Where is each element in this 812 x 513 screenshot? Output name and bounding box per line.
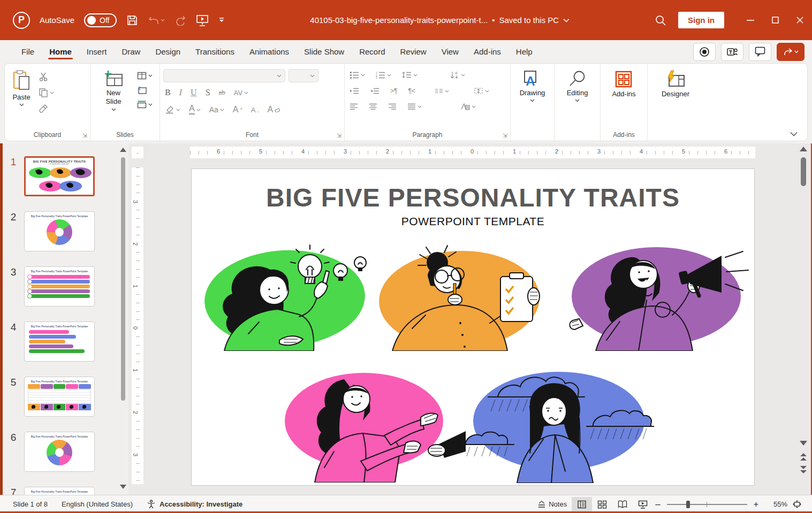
thumbnail-scrollbar-thumb[interactable] — [121, 157, 125, 401]
scroll-up-arrow[interactable] — [800, 147, 807, 151]
language-indicator[interactable]: English (United States) — [62, 500, 133, 508]
slide-thumbnail-1[interactable]: BIG FIVE PERSONALITY TRAITS POWERPOINT T… — [24, 156, 95, 196]
tab-record[interactable]: Record — [353, 43, 391, 60]
zoom-out-button[interactable]: – — [653, 498, 662, 511]
line-spacing-button[interactable] — [400, 70, 419, 80]
slide-subtitle-text[interactable]: POWERPOINT TEMPLATE — [192, 215, 754, 228]
tab-review[interactable]: Review — [394, 43, 433, 60]
illustration-purple-megaphone[interactable] — [566, 241, 751, 351]
illustration-pink-greeting[interactable] — [283, 366, 466, 483]
character-spacing-button[interactable]: AV — [232, 87, 250, 98]
main-vertical-scrollbar[interactable] — [800, 146, 807, 488]
numbering-button[interactable]: 123 — [374, 70, 393, 80]
cut-button[interactable] — [37, 70, 56, 83]
scroll-down-arrow[interactable] — [800, 441, 807, 446]
accessibility-status[interactable]: Accessibility: Investigate — [147, 500, 242, 509]
powerpoint-app-icon[interactable]: P — [13, 12, 30, 29]
slide-sorter-view-button[interactable] — [592, 497, 612, 512]
align-left-button[interactable] — [348, 102, 360, 111]
start-slideshow-button[interactable] — [196, 14, 209, 26]
previous-slide-button[interactable] — [800, 453, 807, 461]
tab-design[interactable]: Design — [149, 43, 187, 60]
text-direction-button[interactable] — [472, 86, 491, 96]
document-title[interactable]: 40105-03-big-five-personality-traits-pow… — [310, 16, 488, 25]
slide-thumbnail-5[interactable]: Big Five Personality Traits PowerPoint T… — [24, 377, 95, 417]
clear-formatting-button[interactable]: A — [265, 103, 282, 116]
tab-help[interactable]: Help — [510, 43, 539, 60]
align-right-button[interactable] — [386, 102, 398, 111]
tab-animations[interactable]: Animations — [243, 43, 295, 60]
editing-button[interactable]: Editing — [563, 67, 593, 129]
designer-button[interactable]: Designer — [657, 67, 694, 129]
tab-file[interactable]: File — [15, 43, 41, 60]
slide-layout-button[interactable] — [135, 70, 154, 81]
slide-canvas[interactable]: BIG FIVE PERSONALITY TRAITS POWERPOINT T… — [191, 169, 755, 486]
decrease-indent-button[interactable] — [348, 86, 361, 96]
tab-view[interactable]: View — [435, 43, 465, 60]
slide-title-text[interactable]: BIG FIVE PERSONALITY TRAITS — [192, 183, 754, 212]
thumbnail-scrollbar[interactable] — [120, 148, 126, 490]
comments-button[interactable] — [749, 43, 771, 61]
reading-view-button[interactable] — [612, 497, 633, 512]
tab-draw[interactable]: Draw — [115, 43, 147, 60]
tab-slide-show[interactable]: Slide Show — [298, 43, 351, 60]
columns-button[interactable] — [433, 87, 451, 95]
zoom-slider-thumb[interactable] — [686, 501, 690, 508]
slide-thumbnail-2[interactable]: Big Five Personality Traits PowerPoint T… — [24, 211, 95, 251]
underline-button[interactable]: U — [189, 86, 199, 99]
teams-share-button[interactable] — [721, 43, 743, 61]
slide-indicator[interactable]: Slide 1 of 8 — [13, 500, 48, 508]
convert-smartart-button[interactable] — [459, 101, 477, 112]
fit-slide-to-window-button[interactable] — [787, 497, 807, 511]
illustration-green-ideas[interactable] — [200, 243, 369, 351]
copy-button[interactable] — [37, 86, 56, 99]
tab-transitions[interactable]: Transitions — [189, 43, 241, 60]
autosave-toggle[interactable]: Off — [84, 13, 117, 27]
increase-indent-button[interactable] — [368, 86, 381, 96]
shrink-font-button[interactable]: Aˬ — [249, 104, 261, 116]
share-button[interactable] — [777, 43, 805, 61]
zoom-slider[interactable] — [667, 504, 747, 505]
text-shadow-button[interactable]: S — [204, 86, 212, 99]
thumbnail-scroll-up-arrow[interactable] — [120, 148, 126, 152]
record-button[interactable] — [693, 43, 716, 61]
bold-button[interactable]: B — [163, 86, 172, 99]
search-button[interactable] — [655, 14, 666, 26]
sign-in-button[interactable]: Sign in — [678, 12, 724, 28]
slide-thumbnail-4[interactable]: Big Five Personality Traits PowerPoint T… — [24, 321, 95, 362]
clipboard-dialog-launcher[interactable]: ⇲ — [82, 132, 87, 139]
paragraph-dialog-launcher[interactable]: ⇲ — [503, 132, 507, 139]
format-painter-button[interactable] — [37, 102, 56, 115]
illustration-blue-sad[interactable] — [466, 364, 654, 483]
ltr-direction-button[interactable]: >¶ — [389, 86, 399, 96]
paste-button[interactable]: Paste — [8, 67, 35, 129]
rtl-direction-button[interactable]: ¶< — [406, 86, 416, 96]
slide-thumbnail-6[interactable]: Big Five Personality Traits PowerPoint T… — [24, 432, 95, 472]
italic-button[interactable]: I — [178, 86, 184, 99]
undo-button[interactable] — [148, 15, 165, 26]
drawing-button[interactable]: A Drawing — [515, 67, 550, 129]
slideshow-view-button[interactable] — [633, 497, 653, 512]
font-dialog-launcher[interactable]: ⇲ — [337, 132, 342, 139]
collapse-ribbon-button[interactable] — [790, 132, 798, 136]
maximize-button[interactable] — [763, 10, 787, 31]
bullets-button[interactable] — [348, 70, 367, 80]
reset-slide-button[interactable] — [135, 85, 154, 96]
grow-font-button[interactable]: A^ — [231, 103, 244, 116]
thumbnail-scroll-down-arrow[interactable] — [120, 485, 126, 489]
scrollbar-thumb[interactable] — [801, 157, 806, 186]
highlight-color-button[interactable] — [163, 104, 182, 116]
font-color-button[interactable]: A — [187, 103, 202, 117]
zoom-level[interactable]: 55% — [764, 500, 787, 508]
font-size-combobox[interactable] — [289, 69, 318, 82]
notes-button[interactable]: Notes — [533, 497, 572, 511]
section-button[interactable] — [135, 99, 154, 110]
customize-qat-button[interactable] — [218, 18, 225, 23]
new-slide-button[interactable]: New Slide — [94, 67, 133, 129]
tab-home[interactable]: Home — [43, 43, 78, 60]
sort-button[interactable]: A — [448, 69, 467, 81]
close-button[interactable] — [787, 10, 812, 31]
font-name-combobox[interactable] — [163, 69, 285, 82]
align-center-button[interactable] — [367, 102, 379, 111]
minimize-button[interactable] — [738, 10, 763, 31]
